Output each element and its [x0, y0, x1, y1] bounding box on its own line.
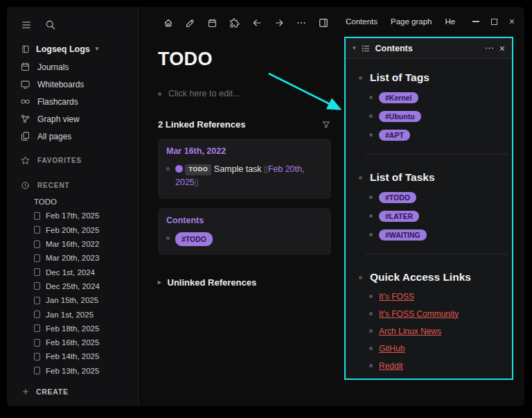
panel-more-button[interactable] [484, 43, 495, 53]
dots-icon [296, 17, 307, 28]
sidebar-item-label: Whiteboards [37, 80, 84, 89]
block-bullet[interactable] [369, 347, 373, 350]
tag-pill[interactable]: #LATER [379, 211, 419, 222]
block-bullet[interactable] [369, 295, 373, 298]
page-icon [34, 311, 40, 318]
sidebar-item-all-pages[interactable]: All pages [7, 128, 138, 145]
more-options-button[interactable] [293, 15, 309, 31]
ref-bracket: ]] [195, 179, 199, 186]
block-bullet[interactable] [369, 364, 373, 367]
graph-selector[interactable]: Logseq Logs ▾ [7, 37, 138, 58]
contents-panel-body: List of Tags #Kernel #Ubuntu #APT List o… [346, 59, 512, 378]
pages-icon [20, 131, 30, 141]
block-bullet[interactable] [166, 236, 170, 240]
arrow-right-icon [274, 17, 285, 28]
external-link[interactable]: Arch Linux News [379, 326, 441, 336]
todo-marker[interactable]: TODO [185, 164, 211, 176]
sidebar-item-journals[interactable]: Journals [7, 58, 138, 76]
recent-item[interactable]: Jan 15th, 2025 [7, 293, 138, 307]
tag-pill[interactable]: #TODO [379, 192, 416, 203]
recent-item[interactable]: Feb 18th, 2025 [7, 322, 138, 336]
block-bullet[interactable] [158, 92, 161, 96]
recent-item[interactable]: Mar 16th, 2022 [7, 237, 138, 251]
funnel-icon [321, 120, 331, 130]
external-link[interactable]: Reddit [379, 361, 403, 371]
recent-item[interactable]: Feb 16th, 2025 [7, 336, 138, 349]
chevron-down-icon: ▾ [96, 46, 99, 52]
page-icon [34, 241, 40, 248]
calendar-icon [20, 62, 30, 72]
recent-item-todo[interactable]: TODO [7, 195, 138, 209]
right-sidebar-tabs: Contents Page graph He × [337, 7, 524, 36]
sidebar-item-label: Journals [37, 62, 69, 72]
unlinked-references-header[interactable]: ▸ Unlinked References [158, 277, 331, 288]
task-text: Sample task [214, 164, 262, 174]
hamburger-menu-button[interactable] [20, 19, 33, 31]
block-bullet[interactable] [369, 329, 373, 333]
plugins-button[interactable] [227, 15, 242, 31]
block-bullet[interactable] [359, 176, 362, 180]
sidebar-item-flashcards[interactable]: Flashcards [7, 93, 138, 110]
back-button[interactable] [249, 15, 265, 31]
recent-item[interactable]: Jan 1st, 2025 [7, 307, 138, 321]
sidebar-item-whiteboards[interactable]: Whiteboards [7, 76, 138, 93]
window-close-button[interactable]: × [509, 17, 515, 26]
main-toolbar [139, 7, 337, 39]
block-bullet[interactable] [166, 167, 170, 171]
search-button[interactable] [44, 19, 57, 31]
page-ref-link[interactable]: Mar 16th, 2022 [166, 146, 323, 156]
home-button[interactable] [160, 15, 176, 31]
edit-button[interactable] [182, 15, 198, 31]
block-bullet[interactable] [369, 133, 373, 137]
minimize-icon [472, 21, 479, 21]
page-ref-link[interactable]: Contents [166, 216, 323, 225]
page-icon [34, 339, 40, 347]
left-sidebar: Logseq Logs ▾ Journals Whiteboards Flash… [7, 7, 139, 406]
panel-close-button[interactable]: × [499, 44, 505, 53]
tag-pill[interactable]: #Kernel [379, 92, 418, 103]
create-button[interactable]: CREATE [7, 378, 138, 399]
toggle-right-sidebar-button[interactable] [315, 15, 331, 31]
external-link[interactable]: It's FOSS Community [379, 309, 459, 319]
page-title: TODO [158, 49, 331, 70]
linked-reference-card: Contents #TODO [158, 208, 331, 255]
tag-pill[interactable]: #WAITING [379, 229, 427, 241]
sidebar-item-graph-view[interactable]: Graph view [7, 110, 138, 128]
tab-help[interactable]: He [445, 17, 456, 26]
tag-pill[interactable]: #Ubuntu [379, 111, 421, 122]
filter-button[interactable] [321, 120, 331, 130]
right-sidebar: Contents Page graph He × ▾ Contents × [337, 7, 524, 406]
tag-pill[interactable]: #APT [379, 130, 410, 141]
block-bullet[interactable] [369, 312, 373, 315]
block-bullet[interactable] [369, 378, 373, 379]
recent-item[interactable]: Feb 20th, 2025 [7, 223, 138, 237]
logseq-window: Logseq Logs ▾ Journals Whiteboards Flash… [7, 7, 524, 406]
recent-item[interactable]: Dec 25th, 2024 [7, 279, 138, 293]
minimize-button[interactable] [472, 21, 479, 21]
todo-checkbox[interactable] [175, 165, 183, 173]
external-link[interactable]: GitHub [379, 344, 405, 354]
recent-item[interactable]: Mar 20th, 2023 [7, 251, 138, 265]
block-bullet[interactable] [369, 114, 373, 118]
recent-item[interactable]: Feb 13th, 2025 [7, 364, 138, 378]
block-bullet[interactable] [359, 276, 362, 279]
block-bullet[interactable] [369, 195, 373, 199]
page-icon [34, 297, 40, 304]
page-icon [34, 282, 40, 290]
collapse-caret-icon[interactable]: ▾ [353, 45, 356, 51]
external-link[interactable]: It's FOSS [379, 292, 414, 302]
editor-placeholder-block[interactable]: Click here to edit... [158, 89, 331, 98]
recent-item[interactable]: Feb 14th, 2025 [7, 349, 138, 363]
recent-item[interactable]: Feb 17th, 2025 [7, 209, 138, 223]
tab-contents[interactable]: Contents [346, 17, 378, 26]
forward-button[interactable] [271, 15, 287, 31]
tag-pill[interactable]: #TODO [175, 232, 213, 246]
block-bullet[interactable] [369, 214, 373, 218]
block-bullet[interactable] [369, 96, 373, 99]
journal-button[interactable] [204, 15, 220, 31]
tab-page-graph[interactable]: Page graph [391, 17, 432, 26]
block-bullet[interactable] [369, 233, 373, 236]
block-bullet[interactable] [359, 76, 362, 80]
maximize-button[interactable] [491, 19, 497, 25]
recent-item[interactable]: Dec 1st, 2024 [7, 265, 138, 279]
